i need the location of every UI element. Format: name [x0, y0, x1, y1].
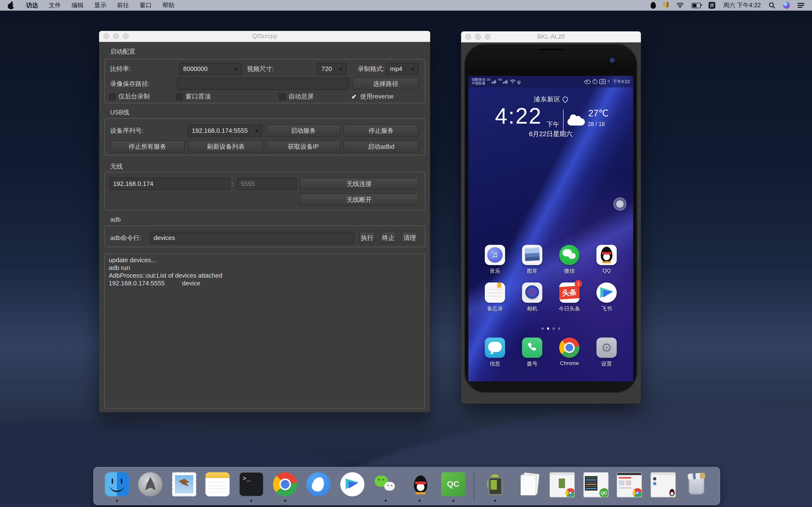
menu-edit[interactable]: 编辑: [66, 0, 89, 11]
menu-file[interactable]: 文件: [44, 0, 66, 11]
checkbox-background-record[interactable]: 仅后台录制: [109, 93, 150, 101]
apple-menu-icon[interactable]: [8, 2, 14, 9]
close-button[interactable]: [103, 33, 109, 39]
menu-view[interactable]: 显示: [89, 0, 112, 11]
feishu-icon: [340, 472, 364, 496]
dock-qq[interactable]: [406, 470, 433, 502]
phone-screen[interactable]: 优酷移动 中国联通 3G 4G ψ: [468, 76, 633, 382]
zoom-button[interactable]: [485, 34, 491, 40]
app-memo[interactable]: 备忘录: [480, 282, 509, 313]
minimize-button[interactable]: [113, 33, 119, 39]
pinyin-input-icon[interactable]: 拼: [709, 2, 715, 9]
checkbox-window-topmost[interactable]: 窗口置顶: [176, 93, 211, 101]
choose-path-button[interactable]: 选择路径: [353, 78, 418, 90]
dock-finder[interactable]: [104, 470, 130, 502]
app-messages[interactable]: 信息: [480, 338, 509, 368]
adb-command-input[interactable]: devices: [150, 232, 354, 244]
bitrate-combo[interactable]: 8000000: [179, 63, 242, 75]
spotlight-search-icon[interactable]: [768, 2, 775, 9]
wireless-connect-button[interactable]: 无线连接: [300, 178, 418, 190]
input-shield-icon[interactable]: [664, 2, 668, 9]
battery-icon[interactable]: [692, 3, 701, 8]
dock-documents-stack[interactable]: [515, 470, 542, 502]
start-service-button[interactable]: 启动服务: [266, 125, 341, 137]
record-format-combo[interactable]: mp4: [386, 63, 418, 75]
app-settings[interactable]: ⚙ 设置: [592, 338, 621, 368]
record-format-label: 录制格式:: [358, 63, 385, 75]
dock-minimized-qtcreator-window[interactable]: QC: [582, 470, 609, 502]
weather-temp[interactable]: 27℃: [588, 108, 609, 119]
dock-qtcreator[interactable]: QC: [440, 470, 466, 502]
app-music[interactable]: ♫ 音乐: [480, 245, 509, 275]
front-camera: [609, 57, 616, 64]
checkbox-box[interactable]: [176, 94, 183, 100]
zoom-button[interactable]: [123, 33, 129, 39]
dock-mail[interactable]: [171, 470, 197, 502]
qq-status-icon[interactable]: [651, 2, 656, 9]
menu-finder[interactable]: 访达: [21, 0, 44, 11]
page-dot[interactable]: [541, 327, 544, 330]
app-camera[interactable]: 相机: [518, 282, 547, 313]
battery-percent-icon: 38: [599, 79, 606, 84]
app-gallery[interactable]: 图库: [518, 245, 547, 275]
phone-window-titlebar[interactable]: BKL-AL20: [461, 32, 641, 43]
stop-service-button[interactable]: 停止服务: [344, 125, 418, 137]
siri-icon[interactable]: [783, 2, 790, 9]
wireless-ip-input[interactable]: 192.168.0.174: [109, 178, 230, 190]
checkbox-box[interactable]: [280, 94, 286, 100]
checkbox-use-reverse[interactable]: ✔ 使用reverse: [351, 93, 394, 101]
dock-minimized-qq-window[interactable]: [650, 470, 676, 502]
weather-high-low: 28 / 18: [588, 121, 605, 127]
menu-help[interactable]: 帮助: [157, 0, 180, 11]
dock-chrome[interactable]: [272, 470, 298, 502]
dock-scrcpy[interactable]: [481, 470, 508, 502]
adb-log-output[interactable]: update devices... adb run AdbProcess::ou…: [104, 253, 425, 408]
qtscrcpy-titlebar[interactable]: QtScrcpy: [99, 31, 430, 42]
app-dialer[interactable]: 拨号: [518, 338, 547, 368]
dock-launchpad[interactable]: [137, 470, 163, 502]
start-adbd-button[interactable]: 启动adbd: [344, 140, 418, 153]
menu-bar-clock[interactable]: 周六 下午4:22: [723, 1, 761, 9]
dock-notes[interactable]: [205, 470, 231, 502]
wireless-port-input[interactable]: 5555: [237, 178, 297, 190]
menu-go[interactable]: 前往: [112, 0, 134, 11]
adb-stop-button[interactable]: 终止: [380, 232, 396, 244]
wifi-icon[interactable]: [676, 2, 684, 8]
app-qq[interactable]: QQ: [592, 245, 621, 275]
wireless-disconnect-button[interactable]: 无线断开: [300, 193, 418, 206]
close-button[interactable]: [465, 34, 471, 40]
clock-widget-time[interactable]: 4:22: [495, 103, 542, 129]
adb-run-button[interactable]: 执行: [359, 232, 375, 244]
dock-minimized-browser-window[interactable]: [616, 470, 642, 502]
location-row[interactable]: 浦东新区: [468, 95, 633, 104]
video-size-combo[interactable]: 720: [317, 63, 347, 75]
dock-feishu[interactable]: [339, 470, 365, 502]
page-dot-active[interactable]: [547, 327, 549, 330]
stop-all-services-button[interactable]: 停止所有服务: [110, 140, 185, 153]
dock-trash[interactable]: [684, 470, 710, 502]
device-serial-combo[interactable]: 192.168.0.174:5555: [188, 125, 262, 137]
adb-clear-button[interactable]: 清理: [402, 232, 418, 244]
record-path-input[interactable]: [177, 78, 349, 90]
refresh-device-list-button[interactable]: 刷新设备列表: [189, 140, 263, 153]
dock-minimized-chrome-window[interactable]: [549, 470, 575, 502]
dock-wechat[interactable]: [373, 470, 399, 502]
app-wechat[interactable]: 微信: [555, 245, 584, 275]
minimize-button[interactable]: [475, 34, 481, 40]
page-dot[interactable]: [558, 327, 560, 330]
menu-window[interactable]: 窗口: [134, 0, 157, 11]
running-indicator: [494, 500, 496, 501]
dock-terminal[interactable]: >_: [238, 470, 264, 502]
app-toutiao[interactable]: 头条 1 今日头条: [555, 282, 584, 313]
assistive-touch-ball[interactable]: [613, 198, 626, 211]
app-chrome[interactable]: Chrome: [555, 338, 584, 368]
app-feishu[interactable]: 飞书: [592, 282, 621, 313]
page-dot[interactable]: [552, 327, 555, 330]
dock-seal-app[interactable]: [305, 470, 332, 502]
widget-date[interactable]: 6月22日星期六: [468, 130, 633, 138]
get-device-ip-button[interactable]: 获取设备IP: [266, 140, 341, 153]
checkbox-box[interactable]: [109, 94, 115, 100]
checkbox-checkmark[interactable]: ✔: [351, 94, 357, 100]
checkbox-auto-screen-off[interactable]: 自动息屏: [280, 93, 314, 101]
notification-center-icon[interactable]: [798, 3, 804, 8]
